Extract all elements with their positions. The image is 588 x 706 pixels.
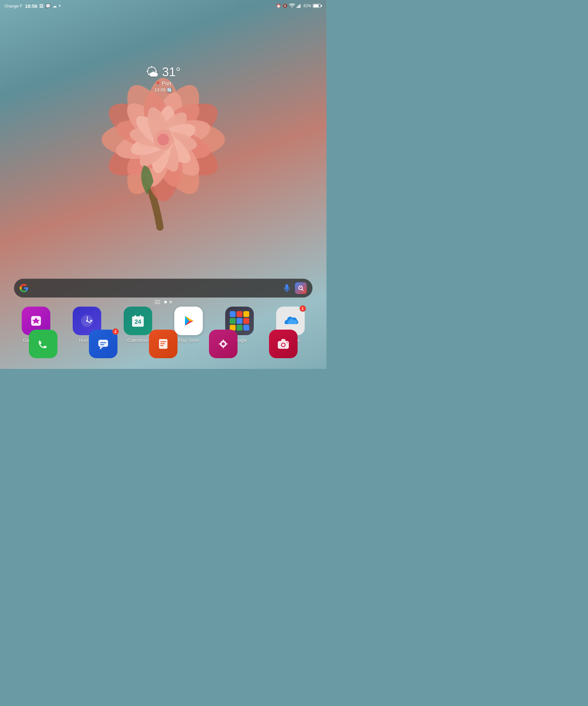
weather-widget[interactable]: 🌤 31° 📍 Port 14:06 🔄 (146, 65, 181, 92)
svg-rect-38 (297, 7, 297, 8)
svg-point-46 (86, 320, 88, 322)
page-dot-1[interactable] (164, 301, 167, 303)
refresh-icon: 🔄 (167, 88, 172, 92)
dock-bixby[interactable] (201, 330, 246, 358)
dock-notes[interactable] (141, 330, 186, 358)
carrier-label: Orange F (5, 4, 23, 8)
battery-icon (313, 4, 322, 8)
messages-badge: 2 (112, 328, 119, 335)
battery-percent: 82% (303, 4, 311, 8)
svg-rect-40 (299, 5, 299, 8)
location-pin-icon: 📍 (155, 81, 161, 86)
svg-rect-52 (98, 340, 108, 347)
svg-rect-51 (140, 315, 141, 318)
dot-indicator: • (59, 3, 61, 9)
cloud-icon: ☁ (52, 4, 57, 8)
status-right: ⏰ 🔇 82% (276, 4, 322, 8)
google-lens-icon[interactable] (295, 282, 307, 294)
bixby-icon (209, 330, 238, 358)
search-bar[interactable] (14, 279, 313, 298)
svg-rect-53 (100, 342, 106, 343)
mute-icon: 🔇 (283, 4, 287, 8)
dock-phone[interactable] (21, 330, 66, 358)
weather-temperature: 31° (162, 65, 181, 79)
whatsapp-icon: 💬 (45, 4, 51, 8)
page-indicator (154, 300, 172, 304)
svg-rect-39 (298, 6, 298, 8)
svg-rect-41 (300, 4, 301, 8)
page-lines-icon (154, 300, 160, 304)
svg-point-37 (157, 134, 169, 145)
google-logo (20, 284, 28, 292)
signal-icon (297, 4, 302, 8)
svg-rect-50 (135, 315, 136, 318)
camera-icon (269, 330, 298, 358)
phone-icon (29, 330, 57, 358)
wifi-icon (289, 4, 295, 8)
svg-rect-58 (160, 345, 163, 346)
flower-decoration (50, 26, 277, 253)
page-dot-2[interactable] (169, 301, 172, 303)
microphone-icon[interactable] (283, 284, 291, 292)
dock-messages[interactable]: 2 (80, 330, 126, 358)
svg-point-64 (286, 342, 288, 343)
weather-sun-icon: 🌤 (146, 65, 159, 79)
status-left: Orange F 18:56 🖼 💬 ☁ • (5, 3, 61, 9)
weather-location: Port (162, 81, 171, 87)
svg-rect-54 (100, 344, 104, 345)
notes-icon (149, 330, 178, 358)
alarm-icon: ⏰ (276, 4, 281, 8)
weather-time: 14:06 (154, 87, 166, 92)
svg-rect-56 (160, 341, 166, 342)
dock-camera[interactable] (261, 330, 306, 358)
time-label: 18:56 (25, 3, 37, 9)
bottom-dock: 2 (0, 322, 326, 369)
svg-point-60 (222, 342, 225, 346)
onedrive-badge: 1 (300, 305, 306, 312)
svg-point-63 (282, 343, 285, 346)
svg-rect-57 (160, 343, 165, 344)
gallery-icon: 🖼 (39, 4, 43, 8)
status-bar: Orange F 18:56 🖼 💬 ☁ • ⏰ 🔇 82% (0, 0, 326, 12)
